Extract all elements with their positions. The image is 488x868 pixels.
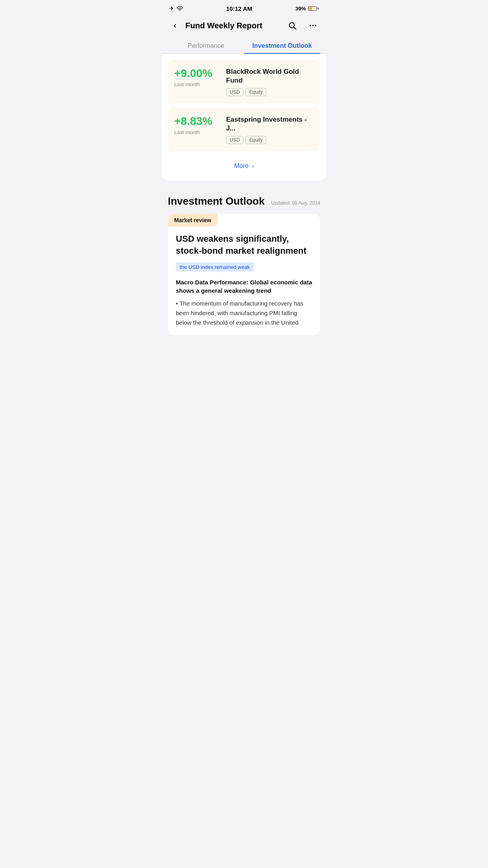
article-card[interactable]: Market review USD weakens significantly,…: [168, 214, 320, 335]
fund-2-return: +8.83%: [174, 115, 218, 128]
back-icon: ‹: [173, 20, 176, 31]
article-subheading: Macro Data Performance: Global economic …: [176, 278, 312, 295]
wifi-icon: [177, 6, 183, 11]
status-left: [169, 5, 183, 12]
fund-1-return: +9.00%: [174, 67, 218, 80]
fund-2-tag-usd: USD: [226, 136, 243, 144]
article-headline: USD weakens significantly, stock-bond ma…: [176, 233, 312, 256]
tab-investment-outlook[interactable]: Investment Outlook: [244, 37, 320, 53]
status-bar: 10:12 AM 39%: [161, 0, 327, 15]
fund-2-tag-equity: Equity: [246, 136, 266, 144]
svg-point-4: [312, 25, 314, 26]
fund-card-1[interactable]: +9.00% Last month BlackRock World Gold F…: [168, 60, 320, 103]
battery-indicator: [308, 6, 319, 11]
article-highlight: the USD index remained weak: [176, 262, 254, 272]
tab-performance[interactable]: Performance: [168, 37, 244, 53]
more-arrow-icon: ›: [252, 163, 254, 169]
svg-point-5: [315, 25, 317, 26]
tab-bar: Performance Investment Outlook: [161, 37, 327, 54]
svg-point-3: [310, 25, 311, 26]
nav-header: ‹ Fund Weekly Report: [161, 15, 327, 37]
svg-line-2: [294, 27, 296, 29]
main-content: +9.00% Last month BlackRock World Gold F…: [161, 54, 327, 343]
outlook-section: Investment Outlook Updated: 06 Aug, 2024…: [161, 187, 327, 343]
fund-2-period: Last month: [174, 129, 218, 135]
fund-2-performance: +8.83% Last month: [174, 115, 218, 135]
more-label: More: [234, 162, 248, 169]
fund-2-name: Eastspring Investments - J...: [226, 115, 314, 133]
outlook-title: Investment Outlook: [168, 195, 265, 207]
more-options-button[interactable]: [306, 18, 320, 33]
status-time: 10:12 AM: [226, 5, 252, 12]
performance-section: +9.00% Last month BlackRock World Gold F…: [161, 54, 327, 181]
battery-percent: 39%: [295, 6, 306, 12]
more-button[interactable]: More ›: [168, 156, 320, 171]
page-title: Fund Weekly Report: [185, 21, 285, 30]
fund-2-info: Eastspring Investments - J... USD Equity: [226, 115, 314, 144]
fund-1-name: BlackRock World Gold Fund: [226, 67, 314, 85]
article-body-text: • The momentum of manufacturing recovery…: [176, 299, 312, 327]
airplane-icon: [169, 5, 174, 12]
fund-1-tag-equity: Equity: [246, 88, 266, 96]
svg-point-0: [179, 10, 180, 11]
search-button[interactable]: [285, 18, 299, 33]
outlook-header: Investment Outlook Updated: 06 Aug, 2024: [168, 195, 320, 207]
fund-2-tags: USD Equity: [226, 136, 314, 144]
nav-actions: [285, 18, 320, 33]
fund-1-tags: USD Equity: [226, 88, 314, 96]
article-category: Market review: [168, 214, 218, 227]
article-body: USD weakens significantly, stock-bond ma…: [168, 233, 320, 327]
status-right: 39%: [295, 6, 319, 12]
fund-1-info: BlackRock World Gold Fund USD Equity: [226, 67, 314, 96]
fund-card-2[interactable]: +8.83% Last month Eastspring Investments…: [168, 108, 320, 151]
fund-1-period: Last month: [174, 81, 218, 87]
outlook-updated: Updated: 06 Aug, 2024: [271, 200, 320, 206]
more-icon: [309, 21, 317, 30]
search-icon: [288, 21, 297, 30]
back-button[interactable]: ‹: [168, 18, 182, 33]
fund-1-tag-usd: USD: [226, 88, 243, 96]
fund-1-performance: +9.00% Last month: [174, 67, 218, 87]
